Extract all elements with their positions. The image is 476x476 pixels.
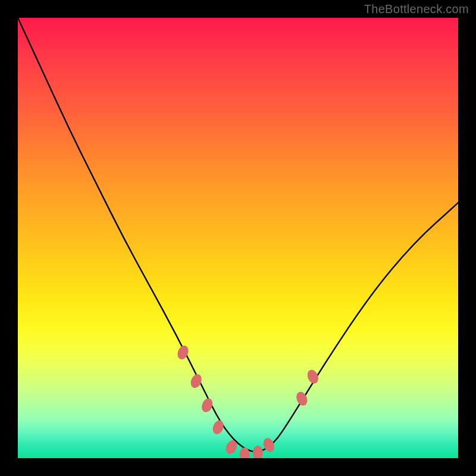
- gradient-background: [18, 18, 458, 458]
- chart-frame: TheBottleneck.com: [0, 0, 476, 476]
- plot-area: [18, 18, 458, 458]
- watermark-text: TheBottleneck.com: [364, 2, 469, 16]
